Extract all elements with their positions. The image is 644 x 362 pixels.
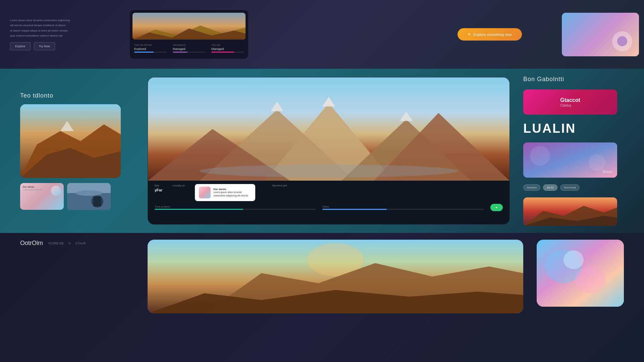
bottom-title-area: OotrOlm YCORE DE h CTAUR <box>20 240 134 247</box>
top-left-buttons: Explore Try Now <box>10 42 123 50</box>
stat-item-1: THR OR OFTER Explored <box>132 42 168 54</box>
bottom-center-card <box>148 240 523 313</box>
mid-left-title: Teo tdlonto <box>20 92 134 99</box>
speed-info: Spromut prrt <box>272 184 287 187</box>
orange-cta-button[interactable]: ✦ Explore something new <box>458 28 522 41</box>
stat-bar-fill-2 <box>173 52 187 53</box>
main-center-card: Dys yFar Loundy sn Dur dardu Lorem ipsum… <box>148 77 510 225</box>
pink-card-text1: Gtaccot <box>560 97 580 104</box>
stat-value-3: Managed <box>211 47 244 51</box>
bottom-subtitle1: YCORE DE <box>48 242 64 245</box>
top-desc-line1: Lorem ipsum dolor sit amet consectetur a… <box>10 18 123 22</box>
bottom-main-title: OotrOlm <box>20 240 43 247</box>
mid-left-panel: Teo tdlonto Dur da <box>20 92 134 210</box>
bottom-row-top: Dys yFar Loundy sn Dur dardu Lorem ipsum… <box>155 184 503 201</box>
explore-button[interactable]: Explore <box>10 42 31 50</box>
progress-label-2: Status <box>322 205 483 208</box>
mid-right-title: Bon Gabolntti <box>523 76 624 83</box>
stat-bar-fill-3 <box>211 52 234 53</box>
svg-point-34 <box>564 250 584 269</box>
lualin-heading: LUALIN <box>523 121 624 136</box>
stat-item-3: TCU GO Managed <box>210 42 246 54</box>
orange-button-icon: ✦ <box>468 32 471 37</box>
stat-label-1: THR OR OFTER <box>134 44 167 46</box>
bottom-left-panel: OotrOlm YCORE DE h CTAUR <box>20 240 134 247</box>
media-label: Dys <box>155 184 162 187</box>
popup-card: Dur dardu Lorem ipsum dolor sit amet con… <box>195 184 255 201</box>
popup-content: Dur dardu Lorem ipsum dolor sit amet con… <box>213 188 251 197</box>
orange-button-label: Explore something new <box>473 33 512 37</box>
mountain-card-left <box>20 104 121 178</box>
main-card-image <box>148 77 509 181</box>
top-desc-line3: et dolore magna aliqua ut enim ad minim … <box>10 29 123 33</box>
purple-blue-card: Dccun <box>523 142 617 178</box>
pink-card-text2: Ctaduq <box>560 104 580 107</box>
speed-label: Spromut prrt <box>272 184 287 187</box>
stat-value-2: Managed <box>173 47 205 51</box>
tag-1[interactable]: Aresess <box>523 184 540 191</box>
stats-mountain-img <box>132 13 246 40</box>
top-desc-line2: elit sed do eiusmod tempor incididunt ut… <box>10 23 123 27</box>
top-center-area <box>258 0 423 69</box>
svg-point-23 <box>589 154 605 171</box>
pink-gradient-card: Gtaccot Ctaduq <box>523 89 617 115</box>
popup-title: Dur dardu <box>213 188 251 191</box>
main-card-bottom: Dys yFar Loundy sn Dur dardu Lorem ipsum… <box>148 181 509 224</box>
stat-label-3: TCU GO <box>211 44 244 46</box>
stat-rows: THR OR OFTER Explored TACHHOCS Managed T… <box>132 42 246 54</box>
blob-small <box>617 36 627 46</box>
status-green-button[interactable]: ● <box>490 204 503 211</box>
top-left-panel: Lorem ipsum dolor sit amet consectetur a… <box>0 0 258 69</box>
progress-1: Track progress <box>155 205 316 210</box>
country-info: Loundy sn <box>172 184 185 187</box>
top-far-right <box>557 0 644 69</box>
thumbnails-row: Dur dardu Lorem ipsum dolor sit <box>20 183 134 210</box>
bottom-subtitle2: h <box>69 242 70 245</box>
thumbnail-2 <box>67 183 111 210</box>
stats-card: THR OR OFTER Explored TACHHOCS Managed T… <box>130 10 248 59</box>
thumb-blob-1 <box>51 186 61 196</box>
top-section: Lorem ipsum dolor sit amet consectetur a… <box>0 0 644 69</box>
progress-2: Status <box>322 205 483 210</box>
popup-icon <box>199 187 211 198</box>
stat-bar-fill-1 <box>134 52 154 53</box>
progress-label-1: Track progress <box>155 205 316 208</box>
svg-point-33 <box>575 266 605 293</box>
bottom-right-card <box>537 240 624 307</box>
card-tags: Aresess Jul 21 Socomust <box>523 184 624 191</box>
media-info: Dys yFar <box>155 184 162 192</box>
svg-rect-10 <box>93 196 101 206</box>
stat-value-1: Explored <box>134 47 167 51</box>
progress-fill-1 <box>155 209 243 210</box>
pink-card-content: Gtaccot Ctaduq <box>560 97 580 108</box>
svg-marker-1 <box>132 28 246 40</box>
svg-point-8 <box>75 190 102 196</box>
mid-right-panel: Bon Gabolntti Gtaccot Ctaduq LUALIN <box>523 76 624 226</box>
thumbnail-1: Dur dardu Lorem ipsum dolor sit <box>20 183 64 210</box>
tag-3[interactable]: Socomust <box>560 184 580 191</box>
stat-item-2: TACHHOCS Managed <box>171 42 207 54</box>
popup-desc: Lorem ipsum dolor sit amet consectetur a… <box>213 191 251 197</box>
stat-label-2: TACHHOCS <box>173 44 205 46</box>
progress-fill-2 <box>322 209 387 210</box>
media-title: yFar <box>155 188 162 192</box>
gradient-card-top <box>562 13 639 56</box>
mountain-sunset-card <box>523 197 617 226</box>
bottom-subtitle3: CTAUR <box>75 242 86 245</box>
try-now-button[interactable]: Try Now <box>34 42 55 50</box>
top-right-area: ✦ Explore something new <box>423 0 557 69</box>
tag-2[interactable]: Jul 21 <box>543 184 557 191</box>
purple-card-text: Dccun <box>603 170 612 174</box>
country-label: Loundy sn <box>172 184 185 187</box>
bottom-row-progress: Track progress Status ● <box>155 204 503 211</box>
middle-section: Teo tdlonto Dur da <box>0 69 644 233</box>
svg-point-20 <box>200 165 458 178</box>
top-left-text: Lorem ipsum dolor sit amet consectetur a… <box>10 7 123 62</box>
svg-point-22 <box>530 146 550 166</box>
bottom-section: OotrOlm YCORE DE h CTAUR <box>0 233 644 362</box>
top-desc-line4: quis nostrud exercitation ullamco labori… <box>10 34 123 38</box>
